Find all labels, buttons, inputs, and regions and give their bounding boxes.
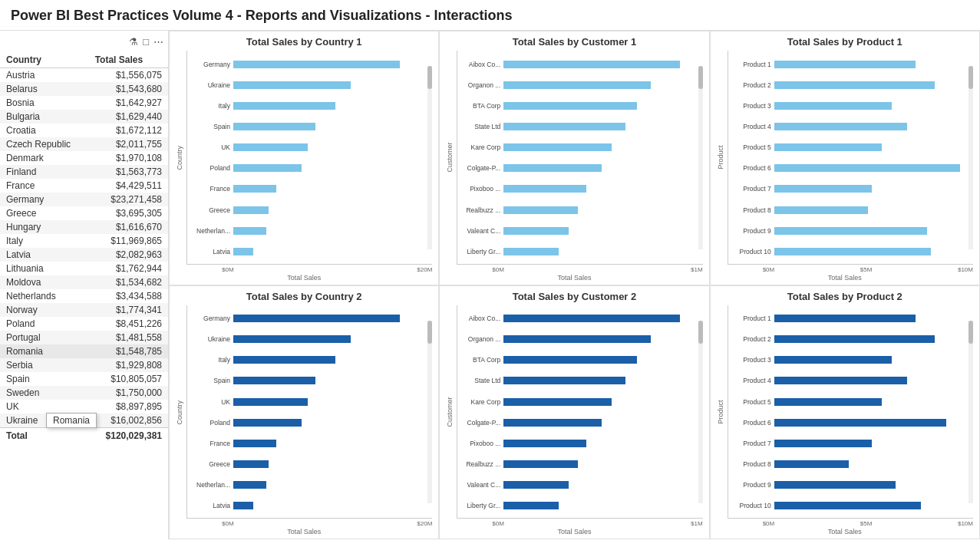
- bar-row: Realbuzz ...: [460, 459, 699, 470]
- table-row[interactable]: Bosnia$1,642,927: [0, 96, 168, 110]
- table-row[interactable]: Norway$1,774,341: [0, 303, 168, 317]
- bar-label: Latvia: [190, 502, 233, 509]
- bar-label: Netherlan...: [190, 481, 233, 489]
- bar-label: Liberty Gr...: [460, 248, 503, 255]
- bar-track: [774, 248, 970, 255]
- scrollbar-track[interactable]: [968, 66, 973, 249]
- country-cell: Austria: [0, 68, 89, 83]
- bar-label: Latvia: [190, 248, 233, 255]
- table-row[interactable]: Poland$8,451,226: [0, 317, 168, 331]
- bar-fill: [233, 335, 351, 343]
- bar-label: Italy: [190, 356, 233, 364]
- table-panel: ⚗ □ ⋯ Country Total Sales Austria$1,556,…: [0, 31, 169, 539]
- sales-cell: $1,672,112: [89, 124, 168, 137]
- x-axis-ticks: $0M$20M: [176, 520, 432, 527]
- bar-label: Kare Corp: [460, 143, 503, 151]
- x-tick: $0M: [492, 266, 504, 273]
- col-header-sales[interactable]: Total Sales: [89, 52, 168, 68]
- bar-label: Poland: [190, 164, 233, 172]
- table-row[interactable]: Portugal$1,481,558: [0, 331, 168, 344]
- table-row[interactable]: Bulgaria$1,629,440: [0, 110, 168, 124]
- y-axis-label: Country: [176, 51, 186, 265]
- bar-row: Netherlan...: [190, 226, 429, 236]
- bar-label: Product 1: [731, 61, 774, 68]
- table-row[interactable]: Netherlands$3,434,588: [0, 289, 168, 303]
- table-row[interactable]: Czech Republic$2,011,755: [0, 137, 168, 151]
- bar-track: [774, 315, 970, 322]
- table-row[interactable]: Austria$1,556,075: [0, 68, 168, 83]
- x-axis-label: Total Sales: [446, 274, 702, 282]
- table-row[interactable]: Sweden$1,750,000: [0, 386, 168, 400]
- bar-track: [503, 102, 699, 110]
- bar-track: [774, 335, 970, 343]
- bar-row: Product 2: [731, 80, 970, 91]
- table-row[interactable]: Hungary$1,616,670: [0, 220, 168, 234]
- bar-fill: [503, 398, 611, 406]
- bar-label: Germany: [190, 315, 233, 322]
- bar-row: Product 4: [731, 375, 970, 386]
- bar-chart-inner: GermanyUkraineItalySpainUKPolandFranceGr…: [186, 305, 432, 519]
- sales-cell: $1,762,944: [89, 262, 168, 275]
- table-row[interactable]: Spain$10,805,057: [0, 372, 168, 386]
- bar-chart-inner: Product 1Product 2Product 3Product 4Prod…: [728, 305, 973, 519]
- bar-label: Product 7: [731, 440, 774, 447]
- scrollbar-thumb[interactable]: [698, 66, 703, 89]
- country-sales-table: Country Total Sales Austria$1,556,075Bel…: [0, 52, 168, 443]
- table-row[interactable]: Serbia$1,929,808: [0, 358, 168, 372]
- table-row[interactable]: Denmark$1,970,108: [0, 151, 168, 165]
- expand-icon[interactable]: □: [143, 36, 149, 48]
- bar-row: Product 2: [731, 334, 970, 344]
- table-row[interactable]: Italy$11,969,865: [0, 234, 168, 248]
- bar-row: Pixoboo ...: [460, 183, 699, 194]
- x-tick: $20M: [417, 266, 432, 273]
- scrollbar-thumb[interactable]: [427, 66, 432, 89]
- bar-label: Kare Corp: [460, 398, 503, 406]
- table-row[interactable]: Belarus$1,543,680: [0, 82, 168, 96]
- table-row[interactable]: UK$8,897,895: [0, 400, 168, 414]
- bar-label: Product 4: [731, 377, 774, 384]
- bar-label: UK: [190, 143, 233, 151]
- table-row[interactable]: France$4,429,511: [0, 179, 168, 193]
- scrollbar-thumb[interactable]: [427, 321, 432, 344]
- bar-row: Latvia: [190, 500, 429, 511]
- bar-fill: [233, 206, 269, 214]
- scrollbar-thumb[interactable]: [698, 321, 703, 344]
- bar-label: France: [190, 185, 233, 193]
- col-header-country[interactable]: Country: [0, 52, 89, 68]
- bar-row: France: [190, 183, 429, 194]
- bar-fill: [503, 315, 680, 322]
- scrollbar-track[interactable]: [698, 321, 703, 504]
- bar-label: Valeant C...: [460, 227, 503, 235]
- scrollbar-track[interactable]: [427, 321, 432, 504]
- table-row[interactable]: Moldova$1,534,682: [0, 275, 168, 289]
- scrollbar-track[interactable]: [968, 321, 973, 504]
- table-row[interactable]: Croatia$1,672,112: [0, 124, 168, 137]
- filter-icon[interactable]: ⚗: [129, 36, 138, 48]
- bar-fill: [233, 460, 269, 468]
- scrollbar-thumb[interactable]: [968, 66, 973, 89]
- bar-row: Aibox Co...: [460, 313, 699, 324]
- bar-fill: [774, 377, 908, 384]
- scrollbar-track[interactable]: [698, 66, 703, 249]
- sales-cell: $1,534,682: [89, 275, 168, 289]
- scrollbar-thumb[interactable]: [968, 321, 973, 344]
- bar-fill: [774, 398, 882, 406]
- sales-cell: $1,543,680: [89, 82, 168, 96]
- more-options-icon[interactable]: ⋯: [153, 36, 163, 48]
- table-row[interactable]: Finland$1,563,773: [0, 165, 168, 179]
- chart-area: CountryGermanyUkraineItalySpainUKPolandF…: [176, 305, 432, 519]
- table-row[interactable]: Romania$1,548,785: [0, 344, 168, 358]
- bar-label: Product 4: [731, 123, 774, 130]
- table-row[interactable]: Greece$3,695,305: [0, 206, 168, 220]
- bar-track: [774, 460, 970, 468]
- scrollbar-track[interactable]: [427, 66, 432, 249]
- country-cell: Italy: [0, 234, 89, 248]
- bar-label: BTA Corp: [460, 356, 503, 364]
- bar-fill: [503, 377, 625, 384]
- bar-track: [503, 164, 699, 172]
- bar-track: [503, 460, 699, 468]
- table-row[interactable]: Germany$23,271,458: [0, 193, 168, 206]
- table-row[interactable]: Lithuania$1,762,944: [0, 262, 168, 275]
- table-row[interactable]: Latvia$2,082,963: [0, 248, 168, 262]
- table-row[interactable]: Ukraine$16,002,856: [0, 414, 168, 428]
